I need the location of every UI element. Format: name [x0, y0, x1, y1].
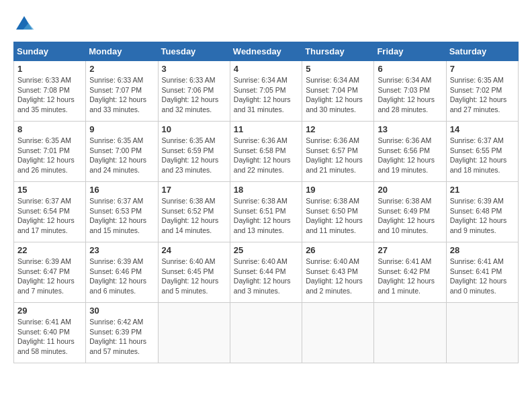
day-info: Sunrise: 6:36 AMSunset: 6:58 PMDaylight:… — [234, 136, 298, 175]
calendar-cell: 19Sunrise: 6:38 AMSunset: 6:50 PMDayligh… — [302, 182, 374, 242]
calendar-cell: 27Sunrise: 6:41 AMSunset: 6:42 PMDayligh… — [374, 242, 446, 303]
day-info: Sunrise: 6:36 AMSunset: 6:57 PMDaylight:… — [306, 136, 370, 175]
logo — [13, 13, 38, 35]
day-number: 5 — [306, 64, 370, 74]
day-number: 28 — [450, 245, 515, 255]
day-info: Sunrise: 6:37 AMSunset: 6:55 PMDaylight:… — [450, 136, 515, 175]
calendar-cell: 9Sunrise: 6:35 AMSunset: 7:00 PMDaylight… — [86, 122, 158, 182]
calendar-cell: 2Sunrise: 6:33 AMSunset: 7:07 PMDaylight… — [86, 61, 158, 122]
page-header — [13, 13, 519, 35]
day-number: 8 — [17, 124, 82, 134]
calendar-cell: 17Sunrise: 6:38 AMSunset: 6:52 PMDayligh… — [158, 182, 230, 242]
calendar-cell: 6Sunrise: 6:34 AMSunset: 7:03 PMDaylight… — [374, 61, 446, 122]
calendar-cell — [374, 303, 446, 363]
day-info: Sunrise: 6:37 AMSunset: 6:54 PMDaylight:… — [17, 196, 82, 236]
day-number: 17 — [162, 185, 226, 195]
calendar-header-row: SundayMondayTuesdayWednesdayThursdayFrid… — [14, 42, 519, 61]
day-number: 22 — [17, 245, 82, 255]
day-info: Sunrise: 6:39 AMSunset: 6:47 PMDaylight:… — [17, 257, 82, 296]
day-info: Sunrise: 6:35 AMSunset: 7:00 PMDaylight:… — [89, 136, 154, 175]
calendar-cell: 12Sunrise: 6:36 AMSunset: 6:57 PMDayligh… — [302, 122, 374, 182]
day-header-monday: Monday — [86, 42, 158, 61]
day-info: Sunrise: 6:36 AMSunset: 6:56 PMDaylight:… — [378, 136, 442, 175]
calendar-cell: 10Sunrise: 6:35 AMSunset: 6:59 PMDayligh… — [158, 122, 230, 182]
calendar-cell: 28Sunrise: 6:41 AMSunset: 6:41 PMDayligh… — [446, 242, 518, 303]
day-header-tuesday: Tuesday — [158, 42, 230, 61]
day-number: 11 — [234, 124, 298, 134]
day-number: 14 — [450, 124, 515, 134]
calendar-cell: 20Sunrise: 6:38 AMSunset: 6:49 PMDayligh… — [374, 182, 446, 242]
day-info: Sunrise: 6:37 AMSunset: 6:53 PMDaylight:… — [89, 196, 154, 236]
day-number: 15 — [17, 185, 82, 195]
logo-icon — [13, 13, 35, 35]
day-number: 18 — [234, 185, 298, 195]
calendar-cell: 18Sunrise: 6:38 AMSunset: 6:51 PMDayligh… — [230, 182, 302, 242]
calendar-cell — [230, 303, 302, 363]
day-number: 6 — [378, 64, 442, 74]
day-number: 4 — [234, 64, 298, 74]
day-number: 29 — [17, 306, 82, 316]
day-info: Sunrise: 6:41 AMSunset: 6:41 PMDaylight:… — [450, 257, 515, 296]
day-number: 21 — [450, 185, 515, 195]
day-info: Sunrise: 6:35 AMSunset: 6:59 PMDaylight:… — [162, 136, 226, 175]
day-header-saturday: Saturday — [446, 42, 518, 61]
day-number: 9 — [89, 124, 154, 134]
day-info: Sunrise: 6:34 AMSunset: 7:05 PMDaylight:… — [234, 75, 298, 115]
day-info: Sunrise: 6:40 AMSunset: 6:43 PMDaylight:… — [306, 257, 370, 296]
day-info: Sunrise: 6:39 AMSunset: 6:46 PMDaylight:… — [89, 257, 154, 296]
day-header-thursday: Thursday — [302, 42, 374, 61]
calendar-cell: 5Sunrise: 6:34 AMSunset: 7:04 PMDaylight… — [302, 61, 374, 122]
day-info: Sunrise: 6:40 AMSunset: 6:45 PMDaylight:… — [162, 257, 226, 296]
calendar-cell: 25Sunrise: 6:40 AMSunset: 6:44 PMDayligh… — [230, 242, 302, 303]
calendar-cell: 1Sunrise: 6:33 AMSunset: 7:08 PMDaylight… — [14, 61, 86, 122]
day-info: Sunrise: 6:39 AMSunset: 6:48 PMDaylight:… — [450, 196, 515, 236]
week-row-2: 8Sunrise: 6:35 AMSunset: 7:01 PMDaylight… — [14, 122, 519, 182]
calendar-cell: 3Sunrise: 6:33 AMSunset: 7:06 PMDaylight… — [158, 61, 230, 122]
calendar-cell: 11Sunrise: 6:36 AMSunset: 6:58 PMDayligh… — [230, 122, 302, 182]
calendar-cell: 23Sunrise: 6:39 AMSunset: 6:46 PMDayligh… — [86, 242, 158, 303]
week-row-3: 15Sunrise: 6:37 AMSunset: 6:54 PMDayligh… — [14, 182, 519, 242]
calendar-cell: 4Sunrise: 6:34 AMSunset: 7:05 PMDaylight… — [230, 61, 302, 122]
day-number: 13 — [378, 124, 442, 134]
day-number: 2 — [89, 64, 154, 74]
calendar-table: SundayMondayTuesdayWednesdayThursdayFrid… — [13, 42, 519, 363]
calendar-cell — [446, 303, 518, 363]
day-info: Sunrise: 6:38 AMSunset: 6:50 PMDaylight:… — [306, 196, 370, 236]
day-info: Sunrise: 6:38 AMSunset: 6:51 PMDaylight:… — [234, 196, 298, 236]
day-info: Sunrise: 6:34 AMSunset: 7:04 PMDaylight:… — [306, 75, 370, 115]
calendar-cell: 29Sunrise: 6:41 AMSunset: 6:40 PMDayligh… — [14, 303, 86, 363]
day-number: 24 — [162, 245, 226, 255]
day-info: Sunrise: 6:33 AMSunset: 7:07 PMDaylight:… — [89, 75, 154, 115]
day-number: 20 — [378, 185, 442, 195]
day-info: Sunrise: 6:38 AMSunset: 6:49 PMDaylight:… — [378, 196, 442, 236]
calendar-cell: 26Sunrise: 6:40 AMSunset: 6:43 PMDayligh… — [302, 242, 374, 303]
calendar-cell — [158, 303, 230, 363]
day-number: 7 — [450, 64, 515, 74]
calendar-cell: 22Sunrise: 6:39 AMSunset: 6:47 PMDayligh… — [14, 242, 86, 303]
calendar-cell: 13Sunrise: 6:36 AMSunset: 6:56 PMDayligh… — [374, 122, 446, 182]
day-header-sunday: Sunday — [14, 42, 86, 61]
day-number: 27 — [378, 245, 442, 255]
day-info: Sunrise: 6:33 AMSunset: 7:08 PMDaylight:… — [17, 75, 82, 115]
day-info: Sunrise: 6:38 AMSunset: 6:52 PMDaylight:… — [162, 196, 226, 236]
calendar-cell: 30Sunrise: 6:42 AMSunset: 6:39 PMDayligh… — [86, 303, 158, 363]
day-header-wednesday: Wednesday — [230, 42, 302, 61]
day-info: Sunrise: 6:33 AMSunset: 7:06 PMDaylight:… — [162, 75, 226, 115]
day-info: Sunrise: 6:42 AMSunset: 6:39 PMDaylight:… — [89, 317, 154, 357]
day-number: 23 — [89, 245, 154, 255]
day-number: 25 — [234, 245, 298, 255]
calendar-body: 1Sunrise: 6:33 AMSunset: 7:08 PMDaylight… — [14, 61, 519, 363]
week-row-5: 29Sunrise: 6:41 AMSunset: 6:40 PMDayligh… — [14, 303, 519, 363]
week-row-4: 22Sunrise: 6:39 AMSunset: 6:47 PMDayligh… — [14, 242, 519, 303]
calendar-cell: 24Sunrise: 6:40 AMSunset: 6:45 PMDayligh… — [158, 242, 230, 303]
day-number: 19 — [306, 185, 370, 195]
day-info: Sunrise: 6:35 AMSunset: 7:01 PMDaylight:… — [17, 136, 82, 175]
calendar-cell — [302, 303, 374, 363]
day-number: 12 — [306, 124, 370, 134]
day-info: Sunrise: 6:34 AMSunset: 7:03 PMDaylight:… — [378, 75, 442, 115]
calendar-cell: 16Sunrise: 6:37 AMSunset: 6:53 PMDayligh… — [86, 182, 158, 242]
day-header-friday: Friday — [374, 42, 446, 61]
day-number: 30 — [89, 306, 154, 316]
week-row-1: 1Sunrise: 6:33 AMSunset: 7:08 PMDaylight… — [14, 61, 519, 122]
day-info: Sunrise: 6:40 AMSunset: 6:44 PMDaylight:… — [234, 257, 298, 296]
